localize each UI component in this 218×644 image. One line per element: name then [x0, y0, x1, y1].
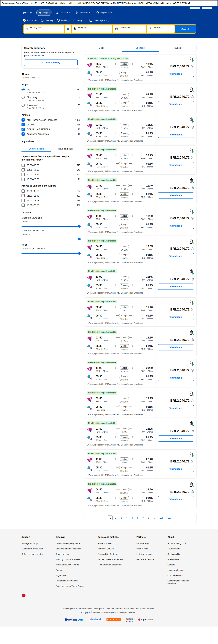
- priceline-logo[interactable]: priceline®: [89, 618, 101, 621]
- price-info-icon[interactable]: ?: [191, 460, 194, 463]
- airline-checkbox[interactable]: [22, 118, 25, 122]
- max-layover-time-slider[interactable]: [22, 239, 80, 240]
- airline-filter-row[interactable]: GOL LINHAS AEREAS 170: [22, 126, 80, 131]
- footer-link[interactable]: Manage your trips: [22, 542, 56, 544]
- footer-link[interactable]: Travel articles: [56, 553, 98, 555]
- footer-link[interactable]: Accessibility Statement: [98, 553, 136, 555]
- pagination-page-1[interactable]: 1: [108, 515, 113, 520]
- tab-fastest[interactable]: Fastest: [159, 44, 196, 52]
- tab-returning-flight[interactable]: Returning flight: [51, 145, 80, 152]
- footer-link[interactable]: Seasonal and holiday deals: [56, 548, 98, 550]
- max-travel-time-slider[interactable]: [22, 226, 80, 227]
- view-details-button[interactable]: View details: [158, 132, 194, 138]
- footer-link[interactable]: Car hire: [56, 569, 98, 571]
- footer-link[interactable]: Restaurant reservations: [56, 580, 98, 582]
- view-details-button[interactable]: View details: [158, 375, 194, 381]
- nav-attractions[interactable]: Attractions: [73, 10, 93, 16]
- footer-link[interactable]: Traveller Review Awards: [56, 564, 98, 566]
- time-filter-row[interactable]: 12:00–17:59 367: [22, 172, 80, 176]
- time-checkbox[interactable]: [22, 173, 25, 176]
- pagination-page-3[interactable]: 3: [119, 516, 124, 520]
- agoda-logo[interactable]: agoda: [126, 618, 133, 622]
- nav-stays[interactable]: Stays: [21, 10, 36, 16]
- time-checkbox[interactable]: [22, 190, 25, 193]
- price-info-icon[interactable]: ?: [191, 156, 194, 159]
- round-trip-radio[interactable]: [23, 19, 26, 22]
- footer-link[interactable]: Content guidelines and reporting: [168, 580, 196, 584]
- stops-radio[interactable]: [22, 96, 25, 99]
- view-summary-button[interactable]: View summary: [24, 59, 78, 66]
- travel-dates-field[interactable]: Travel dates Wed 17 Dec - Mon 22 D...: [113, 25, 146, 33]
- footer-link[interactable]: Extranet login: [136, 542, 168, 544]
- footer-link[interactable]: About Booking.com: [168, 542, 196, 544]
- multi-city-radio[interactable]: [57, 19, 60, 22]
- stops-option-row[interactable]: Any 1595: [22, 87, 80, 91]
- view-details-button[interactable]: View details: [158, 314, 194, 320]
- stops-radio[interactable]: [22, 104, 25, 107]
- footer-link[interactable]: Genius loyalty programme: [56, 542, 98, 544]
- price-info-icon[interactable]: ?: [191, 186, 194, 189]
- time-checkbox[interactable]: [22, 178, 25, 181]
- pagination-prev[interactable]: ‹: [103, 515, 107, 520]
- nav-airport-taxis[interactable]: Airport taxis: [94, 10, 115, 16]
- footer-link[interactable]: Corporate contact: [168, 574, 196, 576]
- tab-best[interactable]: Best i: [84, 44, 122, 52]
- currency-button[interactable]: [190, 7, 200, 9]
- time-filter-row[interactable]: 00:00–05:59 515: [22, 162, 80, 167]
- airline-checkbox[interactable]: [22, 132, 25, 136]
- price-info-icon[interactable]: ?: [191, 247, 194, 250]
- view-details-button[interactable]: View details: [158, 71, 194, 77]
- footer-link[interactable]: Careers: [168, 564, 196, 566]
- price-info-icon[interactable]: ?: [191, 217, 194, 220]
- view-details-button[interactable]: View details: [158, 436, 194, 442]
- footer-link[interactable]: Flight finder: [56, 574, 98, 576]
- footer-link[interactable]: How we work: [168, 548, 196, 550]
- one-way-radio[interactable]: [41, 19, 44, 22]
- stops-option-row[interactable]: Direct only 4: [22, 94, 80, 99]
- direct-flights-only-option[interactable]: Direct flights only: [90, 19, 110, 22]
- time-checkbox[interactable]: [22, 199, 25, 202]
- footer-link[interactable]: Booking.com for Business: [56, 558, 98, 560]
- kayak-logo[interactable]: KAYAK: [106, 618, 121, 621]
- footer-link[interactable]: Press centre: [168, 558, 196, 560]
- view-details-button[interactable]: View details: [158, 405, 194, 411]
- language-button[interactable]: [202, 7, 212, 9]
- pagination-page-4[interactable]: 4: [124, 516, 129, 520]
- price-info-icon[interactable]: ?: [191, 65, 194, 68]
- airline-filter-row[interactable]: Azul Linhas Aéreas Brasileiras 1369: [22, 117, 80, 122]
- time-checkbox[interactable]: [22, 164, 25, 167]
- time-filter-row[interactable]: 18:00–23:59 71: [22, 176, 80, 181]
- time-filter-row[interactable]: 18:00–23:59 927: [22, 202, 80, 207]
- footer-link[interactable]: Human Rights Statement: [98, 564, 136, 566]
- cabin-class-select[interactable]: Economy: [74, 19, 86, 22]
- leaving-from-field[interactable]: Leaving from REC Recife / Guararapes-Gil…: [24, 25, 64, 33]
- price-info-icon[interactable]: ?: [191, 95, 194, 98]
- tab-departing-flight[interactable]: Departing flight: [22, 145, 51, 152]
- footer-link[interactable]: Booking.com for Travel Agents: [56, 585, 98, 587]
- trip-type-multi-city[interactable]: Multi-city: [57, 19, 70, 22]
- price-info-icon[interactable]: ?: [191, 308, 194, 311]
- airline-filter-row[interactable]: LATAM 1065: [22, 122, 80, 126]
- travellers-field[interactable]: Travellers 1 adult: [146, 25, 174, 33]
- stops-option-row[interactable]: 1 stop max 1199: [22, 102, 80, 107]
- view-details-button[interactable]: View details: [158, 192, 194, 198]
- pagination-page-6[interactable]: 6: [136, 516, 140, 520]
- nav-flights[interactable]: Flights: [36, 10, 52, 16]
- pagination-page-107[interactable]: 107: [166, 516, 173, 520]
- time-checkbox[interactable]: [22, 194, 25, 197]
- time-checkbox[interactable]: [22, 168, 25, 172]
- view-details-button[interactable]: View details: [158, 101, 194, 107]
- footer-link[interactable]: Investor relations: [168, 569, 196, 571]
- price-info-icon[interactable]: ?: [191, 338, 194, 341]
- language-selector[interactable]: [22, 594, 196, 598]
- pagination-page-8[interactable]: 8: [146, 516, 151, 520]
- view-details-button[interactable]: View details: [158, 496, 194, 502]
- price-info-icon[interactable]: ?: [191, 369, 194, 372]
- footer-link[interactable]: Privacy Notice: [98, 542, 136, 544]
- time-checkbox[interactable]: [22, 204, 25, 207]
- opentable-logo[interactable]: OpenTable: [138, 618, 153, 621]
- footer-link[interactable]: Terms of Service: [98, 548, 136, 550]
- airline-filter-row[interactable]: Aerolineas Argentinas 12: [22, 131, 80, 136]
- footer-link[interactable]: List your property: [136, 553, 168, 555]
- footer-link[interactable]: Sustainability: [168, 553, 196, 555]
